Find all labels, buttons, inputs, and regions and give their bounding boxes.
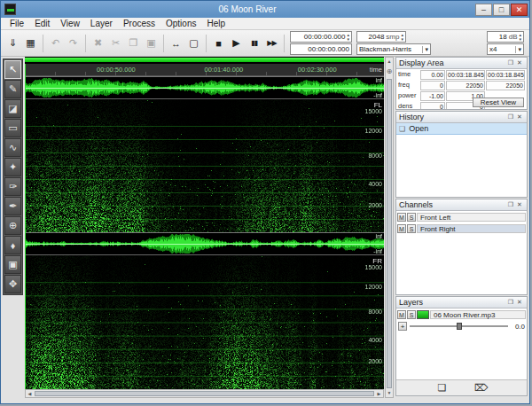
open-file-icon[interactable]: ⇓: [4, 34, 21, 53]
redo-icon[interactable]: ↷: [65, 34, 82, 53]
panel-float-icon[interactable]: ❐: [506, 59, 515, 66]
history-item-open[interactable]: ❏ Open: [396, 123, 527, 135]
spectrogram-front-left[interactable]: FL 15000 12000 8000 4000 2000: [25, 99, 384, 232]
panel-header[interactable]: History ❐ ✕: [396, 112, 527, 123]
panel-close-icon[interactable]: ✕: [515, 299, 524, 306]
solo-button[interactable]: S: [407, 213, 416, 222]
waveform-canvas[interactable]: [25, 77, 384, 98]
scroll-left-icon[interactable]: ◀: [26, 390, 34, 397]
scroll-right-icon[interactable]: ▶: [375, 390, 383, 397]
spinner-icon[interactable]: ▴▾: [401, 33, 403, 42]
zoom-select-icon[interactable]: ▢: [185, 34, 202, 53]
tool-hand[interactable]: ✥: [4, 275, 21, 293]
horizontal-scrollbar[interactable]: ◀ ▶: [25, 389, 384, 398]
tool-eraser[interactable]: ◪: [4, 99, 21, 118]
menu-help[interactable]: Help: [201, 18, 231, 30]
panel-header[interactable]: Display Area ❐ ✕: [396, 58, 527, 69]
new-layer-icon[interactable]: ❏: [434, 382, 450, 394]
undo-icon[interactable]: ↶: [47, 34, 64, 53]
fast-forward-icon[interactable]: ▶▶: [263, 34, 280, 53]
panel-header[interactable]: Layers ❐ ✕: [396, 297, 527, 308]
menu-layer[interactable]: Layer: [85, 18, 118, 30]
close-button[interactable]: ✕: [511, 4, 528, 16]
paste-icon[interactable]: ▣: [143, 34, 160, 53]
solo-button[interactable]: S: [407, 224, 416, 233]
delete-icon[interactable]: ✖: [90, 34, 106, 53]
tool-rect-select[interactable]: ▭: [4, 119, 21, 137]
channel-row-front-right[interactable]: M S Front Right: [396, 223, 527, 234]
fft-size-field[interactable]: 2048 smp ▴▾: [356, 31, 406, 43]
slider-handle[interactable]: [457, 323, 462, 330]
menu-file[interactable]: File: [4, 18, 29, 30]
tool-magic-wand[interactable]: ✦: [4, 158, 21, 176]
waveform-front-left[interactable]: inf -inf: [25, 76, 384, 99]
chevron-down-icon: ▾: [515, 46, 521, 53]
layer-options-button[interactable]: +: [398, 322, 407, 331]
mute-button[interactable]: M: [397, 310, 406, 319]
menu-process[interactable]: Process: [118, 18, 160, 30]
tool-eyedropper[interactable]: ♦: [4, 236, 21, 254]
menu-edit[interactable]: Edit: [29, 18, 55, 30]
layer-gain-slider[interactable]: [410, 322, 508, 331]
playhead-marker[interactable]: [25, 64, 26, 389]
mute-button[interactable]: M: [397, 224, 406, 233]
layer-name[interactable]: 06 Moon River.mp3: [430, 310, 526, 319]
window-function-dropdown[interactable]: Blackman-Harris ▾: [356, 43, 431, 55]
panel-close-icon[interactable]: ✕: [515, 59, 524, 66]
menu-view[interactable]: View: [55, 18, 85, 30]
vertical-scrollbar[interactable]: ▲ ⊕ ▼: [385, 57, 394, 398]
tool-stamp[interactable]: ▣: [4, 255, 21, 274]
tool-move[interactable]: ↖: [4, 60, 21, 79]
time-ruler[interactable]: 00:00:50.000 00:01:40.000 00:02:30.000 t…: [25, 64, 384, 76]
save-file-icon[interactable]: ▦: [22, 34, 39, 53]
zoom-factor-dropdown[interactable]: x4 ▾: [487, 43, 524, 55]
solo-button[interactable]: S: [407, 310, 416, 319]
maximize-button[interactable]: □: [493, 4, 510, 16]
spectrogram-canvas[interactable]: [25, 99, 384, 232]
spectral-editor-view[interactable]: 00:00:50.000 00:01:40.000 00:02:30.000 t…: [25, 57, 384, 389]
tool-lasso[interactable]: ∿: [4, 138, 21, 157]
selection-start-field[interactable]: 00:00:00.000 ▴▾: [290, 31, 352, 43]
waveform-front-right[interactable]: inf -inf: [25, 232, 384, 255]
gain-field[interactable]: 18 dB ▴▾: [487, 31, 524, 43]
layer-row[interactable]: M S 06 Moon River.mp3: [396, 309, 527, 320]
playhead-time-field[interactable]: 00:00:00.000: [290, 43, 352, 55]
spinner-icon[interactable]: ▴▾: [519, 33, 521, 42]
channel-name[interactable]: Front Left: [417, 213, 526, 222]
tool-brush[interactable]: ✑: [4, 177, 21, 196]
spinner-icon[interactable]: ▴▾: [347, 33, 349, 42]
toolbar-separator: [43, 35, 43, 52]
panel-float-icon[interactable]: ❐: [506, 113, 515, 121]
stop-icon[interactable]: ■: [210, 34, 227, 53]
menu-options[interactable]: Options: [160, 18, 201, 30]
channel-name[interactable]: Front Right: [417, 224, 526, 233]
tool-zoom[interactable]: ⊕: [4, 216, 21, 235]
pause-icon[interactable]: ▮▮: [246, 34, 262, 53]
tool-pencil[interactable]: ✎: [4, 80, 21, 98]
panel-float-icon[interactable]: ❐: [506, 201, 515, 208]
panel-float-icon[interactable]: ❐: [506, 299, 515, 306]
axis-origin-icon[interactable]: ⊕: [386, 66, 393, 77]
panel-close-icon[interactable]: ✕: [515, 201, 524, 208]
copy-icon[interactable]: ❐: [125, 34, 142, 53]
scroll-up-icon[interactable]: ▲: [386, 58, 393, 66]
play-icon[interactable]: ▶: [228, 34, 245, 53]
horizontal-scroll-thumb[interactable]: [35, 391, 374, 396]
pan-icon[interactable]: ↔: [168, 34, 184, 53]
minimize-button[interactable]: –: [475, 4, 492, 16]
panel-close-icon[interactable]: ✕: [515, 113, 524, 121]
scroll-down-icon[interactable]: ▼: [386, 389, 393, 397]
delete-layer-icon[interactable]: ⌦: [473, 382, 489, 394]
mute-button[interactable]: M: [397, 213, 406, 222]
tool-pen[interactable]: ✒: [4, 197, 21, 215]
overview-strip[interactable]: [25, 57, 384, 64]
reset-view-button[interactable]: Reset View: [473, 98, 524, 107]
cut-icon[interactable]: ✂: [107, 34, 124, 53]
waveform-canvas[interactable]: [25, 233, 384, 254]
channel-row-front-left[interactable]: M S Front Left: [396, 212, 527, 223]
spectrogram-canvas[interactable]: [25, 255, 384, 389]
panel-header[interactable]: Channels ❐ ✕: [396, 199, 527, 211]
title-bar[interactable]: 06 Moon River – □ ✕: [1, 1, 529, 18]
spectrogram-front-right[interactable]: FR 15000 12000 8000 4000 2000: [25, 255, 384, 389]
vertical-scroll-thumb[interactable]: [387, 79, 392, 388]
